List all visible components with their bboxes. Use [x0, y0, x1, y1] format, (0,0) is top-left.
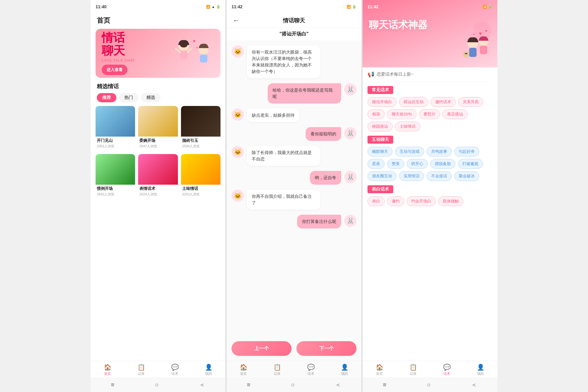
screen3-phone: 11:42 📶 🔋 聊天话术神器 ♥ [363, 0, 497, 392]
tag-practical[interactable]: 实用情话 [399, 171, 424, 181]
list-item[interactable]: 抛砖引玉 2594人浏览 [181, 106, 221, 151]
tag-astro[interactable]: 星座 [368, 159, 385, 169]
confession-section: 表白话术 表白 邀约 约会开场白 肢体碰触 [368, 185, 492, 206]
home-header: 首页 [91, 13, 225, 29]
nav-records-label: 记录 [138, 371, 145, 376]
tag-photo[interactable]: 要照片 [419, 109, 440, 119]
menu-btn[interactable]: ≡ [111, 381, 115, 388]
tag-story[interactable]: 共鸣故事 [427, 147, 452, 156]
banner-en-title: LOVE TALK CHAT [102, 58, 172, 62]
status-icons-1: 📶 ▲ 🔋 [206, 5, 221, 9]
tab-hot[interactable]: 热门 [119, 93, 138, 102]
tag-touch[interactable]: 肢体碰触 [438, 196, 463, 206]
tag-party[interactable]: 聚会破冰 [454, 171, 479, 181]
svg-rect-8 [200, 55, 207, 62]
next-button[interactable]: 下一个 [296, 341, 356, 356]
banner-card[interactable]: 情话聊天 LOVE TALK CHAT 进入查看 ♥ ♥ [96, 29, 221, 78]
tag-date-opener[interactable]: 约会开场白 [407, 196, 436, 206]
svg-rect-14 [480, 46, 487, 54]
back-btn-sys-3[interactable]: ＜ [471, 381, 477, 389]
tag-awkward[interactable]: 打破尴尬 [458, 159, 483, 169]
tag-wechat-opener[interactable]: 微信开场白 [368, 97, 397, 107]
list-item[interactable]: 表情话术 2624人浏览 [138, 154, 178, 199]
menu-btn-3[interactable]: ≡ [383, 381, 386, 388]
screen2-phone: 11:42 📶 🔋 ← 情话聊天 "搭讪开场白" 🐱 你有一双水汪汪的大眼袋，很… [227, 0, 361, 392]
message-bubble: 哟，还自夸 [310, 171, 341, 185]
tag-curiosity[interactable]: 勾起好奇 [454, 147, 479, 156]
home-btn-2[interactable]: ○ [291, 381, 295, 388]
nav-home-2[interactable]: 🏠 首页 [227, 364, 260, 376]
nav-tactics-3[interactable]: 💬 话术 [430, 364, 464, 376]
status-icons-3: 📶 🔋 [483, 5, 492, 9]
tag-nightclub[interactable]: 夜店搭讪 [443, 109, 468, 119]
card-thumb-1 [96, 106, 135, 137]
nav-records-label-3: 记录 [410, 371, 417, 376]
back-btn-sys[interactable]: ＜ [199, 381, 205, 389]
interactive-label: 互动聊天 [372, 137, 389, 142]
back-button[interactable]: ← [233, 17, 239, 24]
tag-praise[interactable]: 赞美 [387, 159, 404, 169]
battery-icon-3: 🔋 [488, 5, 492, 9]
table-row: 🐰 你打算备注什么呢 [232, 215, 356, 228]
chat-actions: 上一个 下一个 [227, 336, 361, 361]
tag-reply[interactable]: 不会接话 [427, 171, 452, 181]
chat-messages: 🐱 你有一双水汪汪的大眼袋，很高兴认识你（不要单纯的去夸一个本来就很漂亮的女人，… [227, 40, 361, 336]
tag-invite2[interactable]: 邀约 [387, 196, 404, 206]
tag-humor[interactable]: 幽默聊天 [368, 147, 393, 156]
nav-records[interactable]: 📋 记录 [124, 364, 158, 376]
banner-text: 情话聊天 LOVE TALK CHAT 进入查看 [102, 32, 172, 75]
notice-text: 恋爱话术每日上新~ [377, 72, 413, 77]
banner-enter-btn[interactable]: 进入查看 [102, 65, 127, 75]
tag-confess[interactable]: 表白 [368, 196, 385, 206]
nav-tactics[interactable]: 💬 话术 [158, 364, 192, 376]
tag-blind-date[interactable]: 相亲 [368, 109, 385, 119]
nav-mine[interactable]: 👤 我的 [192, 364, 225, 376]
list-item[interactable]: 委婉开场 2547人浏览 [138, 106, 178, 151]
nav-records-3[interactable]: 📋 记录 [396, 364, 430, 376]
tab-selected[interactable]: 精选 [141, 93, 160, 102]
filter-tabs: 推荐 热门 精选 [91, 93, 225, 106]
status-bar-1: 11:40 📶 ▲ 🔋 [91, 0, 225, 13]
chat-header: ← 情话聊天 [227, 13, 361, 28]
tag-games[interactable]: 互动与游戏 [395, 147, 424, 156]
list-item[interactable]: 惯例开场 2642人浏览 [96, 154, 135, 199]
tag-earthy[interactable]: 土味情话 [395, 122, 420, 131]
tab-recommend[interactable]: 推荐 [97, 93, 116, 102]
list-item[interactable]: 开门见山 2301人浏览 [96, 106, 135, 151]
tag-after-chat[interactable]: 搭讪后互动 [399, 97, 428, 107]
table-row: 🐰 哈哈，你这是在夸我呢还是骂我呢 [232, 83, 356, 104]
nav-records-2[interactable]: 📋 记录 [260, 364, 294, 376]
card-info-2: 委婉开场 2547人浏览 [138, 137, 178, 151]
common-tactics-section: 常见话术 微信开场白 搭讪后互动 邀约话术 关系升高 相亲 聊天前20句 要照片… [368, 86, 492, 131]
nav-mine-label-3: 我的 [477, 371, 484, 376]
home-btn[interactable]: ○ [155, 381, 159, 388]
nav-mine-2[interactable]: 👤 我的 [328, 364, 361, 376]
prev-button[interactable]: 上一个 [232, 341, 292, 356]
records-icon: 📋 [138, 364, 145, 371]
tag-upgrade[interactable]: 关系升高 [458, 97, 483, 107]
tag-campus[interactable]: 校园搭讪 [368, 122, 393, 131]
list-item[interactable]: 土味情话 2253人浏览 [181, 154, 221, 199]
nav-tactics-2[interactable]: 💬 话术 [294, 364, 328, 376]
signal-icon-2: 📶 [347, 5, 351, 9]
time-1: 11:40 [96, 4, 107, 9]
time-2: 11:42 [232, 4, 243, 9]
confession-header: 表白话术 [368, 185, 393, 193]
home-btn-3[interactable]: ○ [427, 381, 431, 388]
tag-invite[interactable]: 邀约话术 [431, 97, 456, 107]
battery-icon: 🔋 [216, 5, 221, 9]
card-thumb-3 [181, 106, 221, 137]
nav-home-3[interactable]: 🏠 首页 [363, 364, 396, 376]
svg-rect-2 [180, 51, 187, 59]
tag-cheer[interactable]: 哄开心 [407, 159, 428, 169]
tag-escape[interactable]: 摆脱备胎 [430, 159, 455, 169]
back-btn-sys-2[interactable]: ＜ [335, 381, 341, 389]
menu-btn-2[interactable]: ≡ [247, 381, 251, 388]
hero-title: 聊天话术神器 [369, 18, 428, 32]
tactics-icon: 💬 [171, 364, 179, 371]
message-bubble: 看你挺聪明的 [306, 127, 341, 141]
tag-moments[interactable]: 朋友圈互动 [368, 171, 397, 181]
nav-mine-3[interactable]: 👤 我的 [464, 364, 497, 376]
tag-first20[interactable]: 聊天前20句 [387, 109, 417, 119]
nav-home[interactable]: 🏠 首页 [91, 364, 124, 376]
